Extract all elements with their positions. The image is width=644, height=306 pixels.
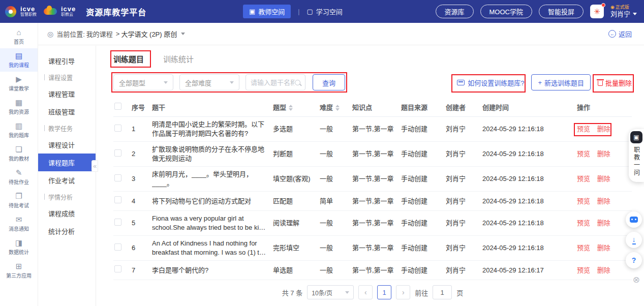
goto-page-input[interactable] bbox=[433, 285, 452, 299]
total-count: 共 7 条 bbox=[282, 288, 302, 297]
row-checkbox[interactable] bbox=[114, 265, 121, 272]
sort-type-icon[interactable] bbox=[289, 105, 293, 111]
created-time: 2024-05-29 12:16:18 bbox=[482, 149, 577, 159]
delete-link[interactable]: 删除 bbox=[597, 219, 610, 227]
sidebar-item-my-courses[interactable]: ▤ 我的课程 bbox=[0, 48, 38, 72]
chevron-down-icon bbox=[164, 81, 168, 84]
chat-assistant-button[interactable] bbox=[626, 211, 642, 228]
add-training-questions-button[interactable]: + 新选训练题目 bbox=[531, 74, 591, 90]
course-menu-item-course-question-bank[interactable]: 课程题库 bbox=[38, 154, 96, 171]
preview-link[interactable]: 预览 bbox=[577, 266, 590, 274]
row-checkbox[interactable] bbox=[114, 219, 121, 226]
course-menu-item-homework-exam[interactable]: 作业考试 bbox=[38, 171, 96, 189]
chevron-down-icon bbox=[633, 13, 637, 15]
row-checkbox[interactable] bbox=[114, 149, 121, 157]
search-input[interactable] bbox=[251, 79, 294, 86]
qa-assistant-tab[interactable]: ▣ 职教一问 bbox=[629, 129, 644, 182]
delete-link[interactable]: 删除 bbox=[597, 197, 610, 205]
sidebar-item-my-resources[interactable]: ▦ 我的资源 bbox=[0, 95, 38, 118]
delete-link[interactable]: 删除 bbox=[597, 150, 610, 158]
delete-link[interactable]: 删除 bbox=[597, 266, 610, 274]
table-row: 1 明清是中国小说史上的繁荣时期。以下作品属于明清时期四大名著的有? 多选题 一… bbox=[113, 117, 632, 142]
row-checkbox[interactable] bbox=[114, 125, 121, 132]
preview-link[interactable]: 预览 bbox=[577, 125, 590, 133]
collapse-menu-icon[interactable]: « bbox=[91, 160, 98, 172]
course-menu-item-course-management[interactable]: 课程管理 bbox=[38, 85, 96, 103]
teacher-space-button[interactable]: ▣ 教师空间 bbox=[243, 5, 291, 18]
preview-link[interactable]: 预览 bbox=[577, 244, 590, 252]
sidebar-item-notifications[interactable]: ✉ 消息通知 bbox=[0, 212, 38, 235]
setup-help-link[interactable]: 如何设置训练题库? bbox=[457, 78, 524, 87]
breadcrumb-parent[interactable]: 我的课程 bbox=[86, 29, 113, 39]
batch-delete-button[interactable]: 批量删除 bbox=[598, 78, 632, 87]
student-space-button[interactable]: ▢ 学习空间 bbox=[306, 7, 342, 16]
user-menu[interactable]: ◉ 正式版 刘肖宁 bbox=[610, 5, 637, 18]
sidebar-item-pending-exams[interactable]: ❐ 待批考试 bbox=[0, 189, 38, 212]
delete-link[interactable]: 删除 bbox=[597, 244, 610, 252]
resource-library-button[interactable]: 资源库 bbox=[436, 5, 474, 18]
sort-difficulty-icon[interactable] bbox=[335, 105, 340, 111]
add-training-questions-label: 新选训练题目 bbox=[544, 78, 584, 87]
question-type-select[interactable]: 全部题型 bbox=[113, 74, 173, 90]
preview-link[interactable]: 预览 bbox=[577, 197, 590, 205]
brand-secondary: icve 职教云 bbox=[61, 6, 76, 17]
question-type: 多选题 bbox=[273, 125, 320, 134]
course-menu-item-course-grades[interactable]: 课程成绩 bbox=[38, 204, 96, 222]
row-checkbox[interactable] bbox=[114, 243, 121, 251]
help-button[interactable]: ? bbox=[626, 252, 642, 268]
course-menu-item-guide[interactable]: 课程引导 bbox=[38, 52, 96, 70]
difficulty-select[interactable]: 全部难度 bbox=[179, 74, 239, 90]
sidebar-item-classroom-teaching[interactable]: ▶ 课堂教学 bbox=[0, 72, 38, 95]
delete-link[interactable]: 删除 bbox=[597, 125, 610, 133]
back-icon: ← bbox=[608, 30, 616, 38]
avatar[interactable]: ✳ bbox=[590, 5, 604, 18]
sidebar-item-home[interactable]: ⌂ 首页 bbox=[0, 25, 38, 48]
medal-icon: ◉ bbox=[610, 5, 615, 10]
mooc-academy-button[interactable]: MOOC学院 bbox=[480, 5, 532, 18]
smart-cast-button[interactable]: 智能投屏 bbox=[539, 5, 584, 18]
nav-divider: | bbox=[298, 8, 299, 15]
grid-icon: ▦ bbox=[15, 99, 22, 106]
table-header: 序号 题干 题型 难度 知识点 题目来源 创建者 创建时间 操作 bbox=[113, 99, 632, 117]
sidebar-item-data-statistics[interactable]: ◨ 数据统计 bbox=[0, 235, 38, 259]
trash-icon bbox=[598, 81, 603, 86]
close-widgets-icon[interactable]: ⊗ bbox=[633, 274, 640, 285]
course-menu-item-statistics-analysis[interactable]: 统计分析 bbox=[38, 222, 96, 240]
teacher-space-label: 教师空间 bbox=[258, 7, 285, 16]
tab-training-questions[interactable]: 训练题目 bbox=[113, 53, 144, 64]
sidebar-item-my-textbooks[interactable]: ❏ 我的教材 bbox=[0, 142, 38, 165]
preview-link[interactable]: 预览 bbox=[577, 150, 590, 158]
page-number-1[interactable]: 1 bbox=[377, 285, 391, 299]
clapperboard-icon bbox=[457, 80, 465, 85]
course-menu-item-class-management[interactable]: 班级管理 bbox=[38, 103, 96, 120]
download-button[interactable]: ↓ bbox=[626, 232, 642, 248]
question-type: 完形填空 bbox=[273, 243, 320, 253]
creator: 刘肖宁 bbox=[446, 266, 482, 275]
preview-link[interactable]: 预览 bbox=[577, 175, 590, 182]
question-source: 手动创建 bbox=[401, 197, 446, 206]
student-space-label: 学习空间 bbox=[316, 7, 343, 16]
question-source: 手动创建 bbox=[401, 174, 446, 183]
brand-secondary-sub: 职教云 bbox=[61, 13, 76, 17]
knowledge-point: 第一节,第一章 bbox=[352, 266, 401, 275]
sidebar-item-pending-homework[interactable]: ✎ 待批作业 bbox=[0, 165, 38, 189]
page-size-select[interactable]: 10条/页 bbox=[307, 285, 354, 299]
delete-link[interactable]: 删除 bbox=[597, 175, 610, 182]
sidebar-item-label: 我的课程 bbox=[9, 61, 29, 69]
query-button[interactable]: 查询 bbox=[313, 74, 345, 90]
column-source: 题目来源 bbox=[401, 103, 446, 112]
row-checkbox[interactable] bbox=[114, 174, 121, 181]
creator: 刘肖宁 bbox=[446, 174, 482, 183]
breadcrumb-current[interactable]: 大学语文 (2P) 原创 bbox=[121, 29, 185, 39]
sidebar-item-label: 首页 bbox=[14, 38, 24, 45]
preview-link[interactable]: 预览 bbox=[577, 219, 590, 227]
select-all-checkbox[interactable] bbox=[114, 103, 121, 110]
prev-page-button[interactable]: ‹ bbox=[358, 285, 373, 299]
back-button[interactable]: ← 返回 bbox=[608, 29, 632, 39]
tab-training-stats[interactable]: 训练统计 bbox=[163, 53, 194, 64]
course-menu-item-course-design[interactable]: 课程设计 bbox=[38, 136, 96, 154]
sidebar-item-third-party-apps[interactable]: ⊞ 第三方应用 bbox=[0, 259, 38, 282]
next-page-button[interactable]: › bbox=[396, 285, 410, 299]
sidebar-item-my-question-bank[interactable]: ▥ 我的题库 bbox=[0, 118, 38, 142]
row-checkbox[interactable] bbox=[114, 196, 121, 203]
